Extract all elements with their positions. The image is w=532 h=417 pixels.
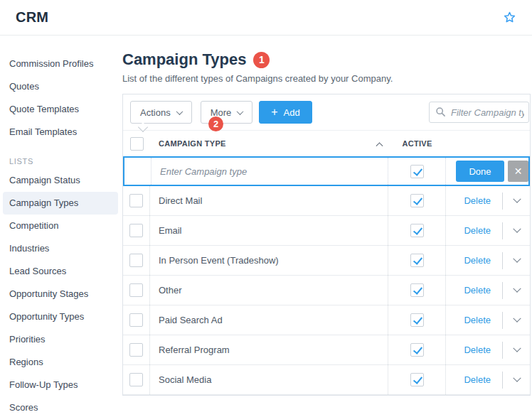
sidebar-item-lead-sources[interactable]: Lead Sources — [3, 260, 118, 283]
row-select-checkbox[interactable] — [129, 194, 143, 207]
sidebar-item-email-templates[interactable]: Email Templates — [3, 121, 118, 143]
divider — [502, 222, 503, 239]
active-checkbox[interactable] — [410, 165, 424, 178]
campaign-type-cell: In Person Event (Tradeshow) — [150, 246, 388, 275]
divider — [502, 342, 503, 359]
table-row: Email Delete — [123, 216, 530, 246]
campaign-type-cell: Other — [150, 276, 388, 305]
column-header-active[interactable]: ACTIVE — [402, 139, 432, 148]
divider — [502, 372, 503, 389]
active-checkbox[interactable] — [410, 254, 424, 267]
sidebar-section-lists: LISTS — [3, 152, 118, 169]
campaign-type-cell: Referral Program — [150, 335, 388, 364]
chevron-down-icon[interactable] — [513, 314, 521, 322]
sidebar-item-quotes[interactable]: Quotes — [3, 75, 118, 98]
divider — [502, 312, 503, 329]
table-row: Direct Mail Delete — [123, 186, 530, 216]
row-select-checkbox[interactable] — [129, 313, 143, 327]
sidebar-item-regions[interactable]: Regions — [3, 351, 118, 374]
filter-input-wrapper — [429, 102, 529, 123]
row-select-checkbox[interactable] — [129, 224, 143, 237]
select-all-checkbox[interactable] — [130, 137, 144, 151]
sidebar-item-quote-templates[interactable]: Quote Templates — [3, 98, 118, 121]
active-checkbox[interactable] — [410, 283, 424, 297]
sidebar-item-priorities[interactable]: Priorities — [3, 328, 118, 351]
sidebar-item-opportunity-stages[interactable]: Opportunity Stages — [3, 283, 118, 305]
chevron-down-icon[interactable] — [513, 254, 521, 262]
campaign-type-cell: Email — [150, 216, 388, 245]
chevron-down-icon — [176, 108, 183, 115]
delete-link[interactable]: Delete — [464, 225, 491, 236]
divider — [502, 252, 503, 269]
divider — [502, 193, 503, 210]
page-title: Campaign Types — [122, 50, 246, 69]
chevron-down-icon[interactable] — [513, 374, 521, 381]
app-header: CRM — [0, 0, 532, 36]
sidebar-item-campaign-types[interactable]: Campaign Types — [3, 192, 118, 215]
favorite-star-icon[interactable] — [503, 11, 516, 24]
sidebar-item-industries[interactable]: Industries — [3, 237, 118, 260]
delete-link[interactable]: Delete — [464, 255, 491, 266]
chevron-down-icon[interactable] — [513, 224, 521, 232]
actions-button-label: Actions — [140, 107, 171, 118]
toolbar: Actions More 2 + Add — [123, 94, 530, 131]
delete-link[interactable]: Delete — [464, 315, 491, 325]
sidebar-item-competition[interactable]: Competition — [3, 215, 118, 237]
filter-campaign-input[interactable] — [429, 102, 529, 123]
active-checkbox[interactable] — [410, 373, 424, 386]
campaign-types-panel: Actions More 2 + Add — [122, 94, 531, 396]
table-row: Referral Program Delete — [123, 335, 530, 365]
annotation-badge-1: 1 — [253, 52, 270, 68]
active-checkbox[interactable] — [410, 313, 424, 327]
sort-ascending-icon[interactable] — [376, 142, 383, 149]
delete-link[interactable]: Delete — [464, 285, 491, 296]
row-select-checkbox[interactable] — [129, 373, 143, 386]
main-content: Campaign Types 1 List of the different t… — [122, 36, 532, 396]
delete-link[interactable]: Delete — [464, 374, 491, 385]
more-dropdown-button[interactable]: More — [201, 101, 253, 124]
table-row: Paid Search Ad Delete — [123, 305, 530, 335]
active-checkbox[interactable] — [410, 343, 424, 357]
chevron-down-icon — [237, 108, 244, 115]
table-row: Other Delete — [123, 276, 530, 305]
delete-link[interactable]: Delete — [464, 195, 491, 206]
app-title: CRM — [16, 9, 48, 26]
sidebar-item-opportunity-types[interactable]: Opportunity Types — [3, 305, 118, 328]
campaign-type-cell: Direct Mail — [150, 186, 388, 215]
table-edit-row: Done ✕ — [123, 156, 530, 186]
campaign-type-input[interactable] — [160, 166, 388, 177]
dropdown-pointer-arrow — [138, 122, 148, 132]
done-button[interactable]: Done — [456, 161, 504, 182]
plus-icon: + — [271, 107, 277, 118]
row-select-checkbox[interactable] — [129, 343, 143, 357]
table-header-row: CAMPAIGN TYPE ACTIVE — [123, 131, 530, 156]
add-button-label: Add — [284, 107, 300, 118]
row-select-checkbox[interactable] — [129, 254, 143, 267]
sidebar-item-scores[interactable]: Scores — [3, 396, 118, 417]
row-select-checkbox[interactable] — [129, 283, 143, 297]
table-row: In Person Event (Tradeshow) Delete — [123, 246, 530, 276]
active-checkbox[interactable] — [410, 224, 424, 237]
divider — [502, 282, 503, 299]
delete-link[interactable]: Delete — [464, 345, 491, 355]
more-button-label: More — [211, 107, 232, 118]
page-subtitle: List of the different types of Campaigns… — [122, 73, 531, 84]
close-icon: ✕ — [514, 166, 523, 177]
sidebar-item-follow-up-types[interactable]: Follow-Up Types — [3, 374, 118, 396]
add-button[interactable]: + Add — [259, 101, 312, 124]
sidebar-item-commission-profiles[interactable]: Commission Profiles — [3, 53, 118, 75]
chevron-down-icon[interactable] — [513, 284, 521, 292]
table-row: Social Media Delete — [123, 365, 530, 395]
actions-dropdown-button[interactable]: Actions — [130, 101, 192, 124]
annotation-badge-2: 2 — [208, 117, 223, 131]
close-button[interactable]: ✕ — [508, 161, 528, 182]
campaign-type-cell: Social Media — [150, 365, 388, 394]
sidebar: Commission Profiles Quotes Quote Templat… — [0, 36, 122, 417]
active-checkbox[interactable] — [410, 194, 424, 207]
chevron-down-icon[interactable] — [513, 195, 521, 202]
chevron-down-icon[interactable] — [513, 344, 521, 352]
column-header-campaign-type[interactable]: CAMPAIGN TYPE — [159, 139, 226, 148]
sidebar-item-campaign-status[interactable]: Campaign Status — [3, 169, 118, 192]
campaign-type-cell: Paid Search Ad — [150, 305, 388, 335]
